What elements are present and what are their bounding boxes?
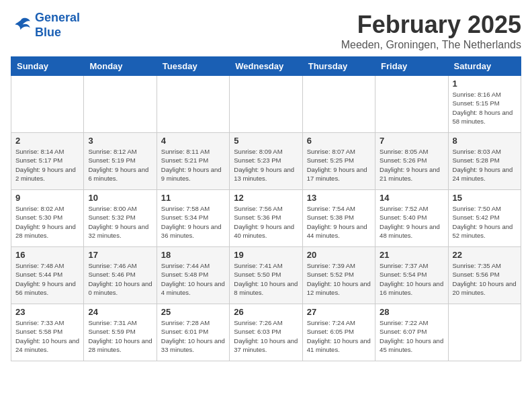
day-header-sunday: Sunday (11, 57, 84, 76)
day-info: Sunrise: 7:24 AM Sunset: 6:05 PM Dayligh… (307, 318, 371, 354)
logo-text: General Blue (35, 11, 80, 40)
calendar-cell (375, 76, 448, 133)
day-number: 18 (161, 250, 225, 260)
day-number: 11 (161, 193, 225, 203)
calendar-cell: 26Sunrise: 7:26 AM Sunset: 6:03 PM Dayli… (230, 304, 302, 361)
calendar-cell: 16Sunrise: 7:48 AM Sunset: 5:44 PM Dayli… (11, 247, 84, 304)
calendar-cell: 5Sunrise: 8:09 AM Sunset: 5:23 PM Daylig… (230, 133, 302, 190)
day-info: Sunrise: 7:54 AM Sunset: 5:38 PM Dayligh… (307, 204, 371, 240)
day-number: 8 (453, 136, 517, 146)
day-info: Sunrise: 8:09 AM Sunset: 5:23 PM Dayligh… (234, 147, 298, 183)
day-number: 7 (380, 136, 443, 146)
day-number: 12 (234, 193, 298, 203)
calendar-cell: 4Sunrise: 8:11 AM Sunset: 5:21 PM Daylig… (157, 133, 229, 190)
calendar-cell: 20Sunrise: 7:39 AM Sunset: 5:52 PM Dayli… (302, 247, 375, 304)
day-number: 13 (307, 193, 371, 203)
day-number: 15 (453, 193, 517, 203)
calendar-cell: 22Sunrise: 7:35 AM Sunset: 5:56 PM Dayli… (448, 247, 521, 304)
day-number: 24 (88, 307, 152, 317)
calendar-week-row: 1Sunrise: 8:16 AM Sunset: 5:15 PM Daylig… (11, 76, 521, 133)
day-number: 20 (307, 250, 371, 260)
day-number: 10 (88, 193, 152, 203)
logo-bird-icon (11, 15, 32, 36)
day-info: Sunrise: 8:00 AM Sunset: 5:32 PM Dayligh… (88, 204, 152, 240)
calendar-cell: 13Sunrise: 7:54 AM Sunset: 5:38 PM Dayli… (302, 190, 375, 247)
day-info: Sunrise: 8:14 AM Sunset: 5:17 PM Dayligh… (15, 147, 79, 183)
day-info: Sunrise: 7:48 AM Sunset: 5:44 PM Dayligh… (15, 261, 79, 297)
calendar-cell: 8Sunrise: 8:03 AM Sunset: 5:28 PM Daylig… (448, 133, 521, 190)
day-header-monday: Monday (84, 57, 157, 76)
day-header-saturday: Saturday (448, 57, 521, 76)
day-info: Sunrise: 7:44 AM Sunset: 5:48 PM Dayligh… (161, 261, 225, 297)
day-info: Sunrise: 8:05 AM Sunset: 5:26 PM Dayligh… (380, 147, 443, 183)
day-info: Sunrise: 7:22 AM Sunset: 6:07 PM Dayligh… (380, 318, 443, 354)
day-info: Sunrise: 8:03 AM Sunset: 5:28 PM Dayligh… (453, 147, 517, 183)
day-info: Sunrise: 7:52 AM Sunset: 5:40 PM Dayligh… (380, 204, 443, 240)
calendar-cell (448, 304, 521, 361)
day-info: Sunrise: 7:58 AM Sunset: 5:34 PM Dayligh… (161, 204, 225, 240)
day-number: 16 (15, 250, 79, 260)
calendar-cell: 14Sunrise: 7:52 AM Sunset: 5:40 PM Dayli… (375, 190, 448, 247)
logo-line1: General (35, 11, 80, 24)
day-info: Sunrise: 8:11 AM Sunset: 5:21 PM Dayligh… (161, 147, 225, 183)
day-info: Sunrise: 7:28 AM Sunset: 6:01 PM Dayligh… (161, 318, 225, 354)
day-info: Sunrise: 8:16 AM Sunset: 5:15 PM Dayligh… (453, 90, 517, 126)
day-header-tuesday: Tuesday (157, 57, 229, 76)
page-header: General Blue February 2025 Meeden, Groni… (11, 11, 521, 51)
calendar-cell: 23Sunrise: 7:33 AM Sunset: 5:58 PM Dayli… (11, 304, 84, 361)
day-info: Sunrise: 7:50 AM Sunset: 5:42 PM Dayligh… (453, 204, 517, 240)
day-info: Sunrise: 7:31 AM Sunset: 5:59 PM Dayligh… (88, 318, 152, 354)
day-number: 2 (15, 136, 79, 146)
logo-line2: Blue (35, 26, 80, 40)
day-info: Sunrise: 8:07 AM Sunset: 5:25 PM Dayligh… (307, 147, 371, 183)
day-number: 27 (307, 307, 371, 317)
calendar-cell: 17Sunrise: 7:46 AM Sunset: 5:46 PM Dayli… (84, 247, 157, 304)
calendar-table: SundayMondayTuesdayWednesdayThursdayFrid… (11, 56, 521, 361)
day-number: 21 (380, 250, 443, 260)
calendar-week-row: 23Sunrise: 7:33 AM Sunset: 5:58 PM Dayli… (11, 304, 521, 361)
calendar-cell: 6Sunrise: 8:07 AM Sunset: 5:25 PM Daylig… (302, 133, 375, 190)
calendar-week-row: 9Sunrise: 8:02 AM Sunset: 5:30 PM Daylig… (11, 190, 521, 247)
logo: General Blue (11, 11, 80, 40)
day-number: 6 (307, 136, 371, 146)
day-number: 9 (15, 193, 79, 203)
location-title: Meeden, Groningen, The Netherlands (341, 39, 521, 51)
title-area: February 2025 Meeden, Groningen, The Net… (341, 11, 521, 51)
day-info: Sunrise: 7:26 AM Sunset: 6:03 PM Dayligh… (234, 318, 298, 354)
day-number: 22 (453, 250, 517, 260)
day-header-friday: Friday (375, 57, 448, 76)
calendar-cell: 27Sunrise: 7:24 AM Sunset: 6:05 PM Dayli… (302, 304, 375, 361)
calendar-cell: 12Sunrise: 7:56 AM Sunset: 5:36 PM Dayli… (230, 190, 302, 247)
day-number: 19 (234, 250, 298, 260)
day-header-thursday: Thursday (302, 57, 375, 76)
day-number: 25 (161, 307, 225, 317)
calendar-cell: 7Sunrise: 8:05 AM Sunset: 5:26 PM Daylig… (375, 133, 448, 190)
calendar-cell: 24Sunrise: 7:31 AM Sunset: 5:59 PM Dayli… (84, 304, 157, 361)
day-info: Sunrise: 7:37 AM Sunset: 5:54 PM Dayligh… (380, 261, 443, 297)
calendar-cell: 15Sunrise: 7:50 AM Sunset: 5:42 PM Dayli… (448, 190, 521, 247)
calendar-cell: 21Sunrise: 7:37 AM Sunset: 5:54 PM Dayli… (375, 247, 448, 304)
month-title: February 2025 (341, 11, 521, 39)
day-info: Sunrise: 8:02 AM Sunset: 5:30 PM Dayligh… (15, 204, 79, 240)
calendar-cell (230, 76, 302, 133)
calendar-cell (11, 76, 84, 133)
day-info: Sunrise: 7:41 AM Sunset: 5:50 PM Dayligh… (234, 261, 298, 297)
day-number: 26 (234, 307, 298, 317)
day-info: Sunrise: 7:35 AM Sunset: 5:56 PM Dayligh… (453, 261, 517, 297)
calendar-cell (302, 76, 375, 133)
calendar-cell: 19Sunrise: 7:41 AM Sunset: 5:50 PM Dayli… (230, 247, 302, 304)
calendar-cell: 2Sunrise: 8:14 AM Sunset: 5:17 PM Daylig… (11, 133, 84, 190)
day-info: Sunrise: 7:46 AM Sunset: 5:46 PM Dayligh… (88, 261, 152, 297)
calendar-cell: 3Sunrise: 8:12 AM Sunset: 5:19 PM Daylig… (84, 133, 157, 190)
day-info: Sunrise: 7:56 AM Sunset: 5:36 PM Dayligh… (234, 204, 298, 240)
calendar-cell: 18Sunrise: 7:44 AM Sunset: 5:48 PM Dayli… (157, 247, 229, 304)
calendar-cell: 10Sunrise: 8:00 AM Sunset: 5:32 PM Dayli… (84, 190, 157, 247)
calendar-cell (84, 76, 157, 133)
calendar-cell: 1Sunrise: 8:16 AM Sunset: 5:15 PM Daylig… (448, 76, 521, 133)
day-number: 17 (88, 250, 152, 260)
day-info: Sunrise: 7:33 AM Sunset: 5:58 PM Dayligh… (15, 318, 79, 354)
calendar-header-row: SundayMondayTuesdayWednesdayThursdayFrid… (11, 57, 521, 76)
calendar-cell: 25Sunrise: 7:28 AM Sunset: 6:01 PM Dayli… (157, 304, 229, 361)
calendar-cell (157, 76, 229, 133)
calendar-cell: 28Sunrise: 7:22 AM Sunset: 6:07 PM Dayli… (375, 304, 448, 361)
